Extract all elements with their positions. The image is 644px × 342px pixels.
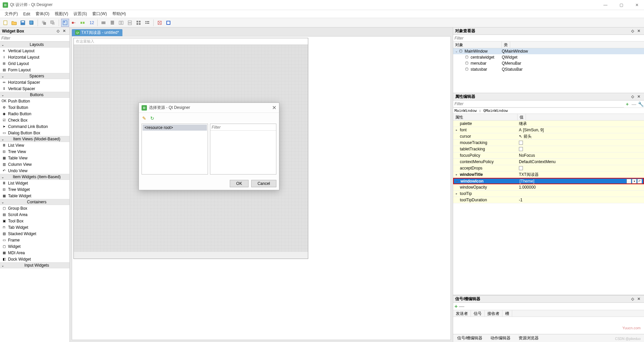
close-button[interactable]: ✕	[633, 3, 641, 7]
new-file-icon[interactable]	[1, 19, 9, 27]
expand-icon[interactable]: ⌄	[455, 50, 459, 53]
widget-group[interactable]: ⌄Spacers	[0, 73, 69, 79]
add-property-icon[interactable]: +	[624, 101, 631, 108]
widget-group[interactable]: ⌄Item Views (Model-Based)	[0, 136, 69, 142]
col-signal[interactable]: 信号	[471, 310, 485, 317]
property-row[interactable]: ▸windowTitleTXT阅读器	[453, 172, 644, 178]
widget-item[interactable]: ▦Table Widget	[0, 193, 69, 199]
widget-item[interactable]: ▢Group Box	[0, 205, 69, 211]
menu-file[interactable]: 文件(F)	[2, 10, 20, 17]
cancel-button[interactable]: Cancel	[251, 180, 276, 187]
signal-list[interactable]	[453, 317, 644, 334]
save-all-icon[interactable]	[28, 19, 36, 27]
edit-resource-icon[interactable]: ✎	[142, 116, 148, 122]
widget-item[interactable]: ↶Undo View	[0, 167, 69, 174]
edit-taborder-icon[interactable]: 12	[87, 19, 95, 27]
adjust-size-icon[interactable]	[164, 19, 172, 27]
widget-item[interactable]: ▥Column View	[0, 161, 69, 167]
widget-item[interactable]: ☑Check Box	[0, 117, 69, 123]
widget-item[interactable]: ⊟Tree View	[0, 148, 69, 155]
col-object[interactable]: 对象	[453, 42, 502, 48]
widget-item[interactable]: ▦Table View	[0, 155, 69, 161]
layout-vsplit-icon[interactable]	[126, 19, 134, 27]
dock-close-icon[interactable]: ✕	[63, 29, 67, 33]
widget-item[interactable]: ▭Frame	[0, 237, 69, 243]
col-slot[interactable]: 槽	[502, 310, 512, 317]
browse-icon[interactable]: …	[627, 179, 631, 184]
reset-icon[interactable]: ↶	[637, 179, 642, 184]
widget-item[interactable]: ≣List View	[0, 142, 69, 148]
widget-item[interactable]: ▤Form Layout	[0, 67, 69, 73]
object-row[interactable]: ▢menubarQMenuBar	[453, 60, 644, 66]
dock-float-icon[interactable]: ◇	[631, 297, 636, 301]
widget-item[interactable]: OKPush Button	[0, 98, 69, 104]
col-value[interactable]: 值	[518, 114, 526, 120]
ok-button[interactable]: OK	[230, 180, 248, 187]
widget-item[interactable]: ▣Tool Box	[0, 218, 69, 224]
dropdown-icon[interactable]: ▾	[632, 179, 637, 184]
expand-icon[interactable]: ▸	[456, 173, 459, 176]
dock-float-icon[interactable]: ◇	[631, 94, 636, 99]
widget-item[interactable]: ▦MDI Area	[0, 250, 69, 256]
form-tab-active[interactable]: Qt TXT阅读器 - untitled*	[72, 29, 122, 36]
edit-buddies-icon[interactable]	[78, 19, 87, 27]
property-row[interactable]: acceptDrops	[453, 165, 644, 172]
property-row[interactable]: ▸windowIcon[Theme]…▾↶	[453, 178, 644, 184]
widget-box-tree[interactable]: ⌄Layouts≡Vertical Layout⦀Horizontal Layo…	[0, 42, 69, 342]
widget-box-filter[interactable]	[0, 35, 69, 42]
object-row[interactable]: ▢statusbarQStatusBar	[453, 66, 644, 72]
layout-hsplit-icon[interactable]	[117, 19, 125, 27]
expand-icon[interactable]: ▸	[457, 180, 460, 183]
widget-item[interactable]: ⊟Tree Widget	[0, 186, 69, 193]
edit-widgets-icon[interactable]	[61, 19, 69, 27]
col-receiver[interactable]: 接收者	[485, 310, 502, 317]
widget-group[interactable]: ⌄Item Widgets (Item-Based)	[0, 174, 69, 180]
bring-front-icon[interactable]	[49, 19, 57, 27]
config-property-icon[interactable]: 🔧	[637, 101, 644, 108]
expand-icon[interactable]: ▸	[456, 128, 459, 132]
widget-item[interactable]: ▭Dialog Button Box	[0, 130, 69, 136]
property-row[interactable]: contextMenuPolicyDefaultContextMenu	[453, 159, 644, 165]
form-menubar-hint[interactable]: 在这里输入	[74, 38, 308, 45]
widget-item[interactable]: ◉Radio Button	[0, 111, 69, 117]
send-back-icon[interactable]	[40, 19, 48, 27]
dock-float-icon[interactable]: ◇	[631, 29, 636, 33]
widget-item[interactable]: ⚙Tool Button	[0, 104, 69, 111]
property-filter[interactable]	[453, 101, 624, 108]
tab-action-editor[interactable]: 动作编辑器	[489, 335, 512, 342]
resource-tree-pane[interactable]: <resource root>	[142, 124, 208, 175]
dock-close-icon[interactable]: ✕	[637, 29, 642, 33]
layout-v-icon[interactable]	[108, 19, 116, 27]
open-file-icon[interactable]	[10, 19, 18, 27]
property-table[interactable]: palette继承▸fontA[SimSun, 9]cursor↖箭头mouse…	[453, 121, 644, 295]
layout-grid-icon[interactable]	[135, 19, 143, 27]
property-row[interactable]: cursor↖箭头	[453, 133, 644, 140]
minimize-button[interactable]: —	[601, 3, 610, 7]
break-layout-icon[interactable]	[156, 19, 164, 27]
widget-item[interactable]: ⊞Grid Layout	[0, 60, 69, 67]
dialog-close-icon[interactable]: ✕	[272, 105, 276, 111]
menu-form[interactable]: 窗体(O)	[33, 10, 52, 17]
tab-signal-slot[interactable]: 信号/槽编辑器	[456, 335, 484, 342]
widget-item[interactable]: ≣List Widget	[0, 180, 69, 186]
reload-resource-icon[interactable]: ↻	[150, 116, 156, 122]
property-row[interactable]: ▸toolTip	[453, 191, 644, 197]
widget-item[interactable]: ⇔Horizontal Spacer	[0, 79, 69, 85]
property-row[interactable]: mouseTracking	[453, 140, 644, 146]
checkbox[interactable]	[519, 166, 523, 170]
widget-item[interactable]: ➤Command Link Button	[0, 123, 69, 130]
widget-group[interactable]: ⌄Layouts	[0, 42, 69, 48]
checkbox[interactable]	[519, 147, 523, 151]
widget-item[interactable]: ≡Vertical Layout	[0, 48, 69, 54]
resource-filter[interactable]	[210, 124, 276, 131]
widget-item[interactable]: ▢Widget	[0, 243, 69, 250]
resource-root-item[interactable]: <resource root>	[143, 125, 207, 131]
property-row[interactable]: tabletTracking	[453, 146, 644, 152]
object-inspector-filter[interactable]	[453, 35, 644, 42]
remove-signal-icon[interactable]: —	[459, 303, 464, 310]
menu-edit[interactable]: Edit	[20, 11, 33, 17]
expand-icon[interactable]: ▸	[456, 192, 459, 195]
layout-h-icon[interactable]	[100, 19, 108, 27]
widget-group[interactable]: ⌄Buttons	[0, 92, 69, 98]
widget-item[interactable]: ⊓Tab Widget	[0, 224, 69, 230]
